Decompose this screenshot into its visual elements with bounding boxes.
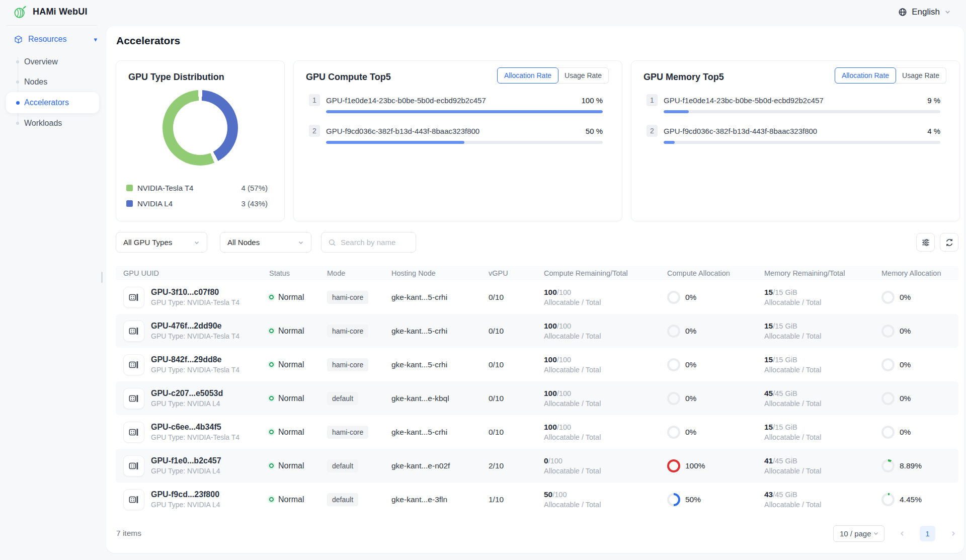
sidebar-section-resources[interactable]: Resources ▾	[0, 26, 106, 50]
top5-item: 2 GPU-f9cd036c-382f-b13d-443f-8baac323f8…	[647, 125, 940, 144]
table-header: GPU UUIDStatusModeHosting NodevGPUComput…	[116, 266, 958, 280]
next-page-button[interactable]	[947, 528, 958, 539]
table-row[interactable]: GPU-3f10...c07f80 GPU Type: NVIDIA-Tesla…	[116, 280, 958, 314]
brand: HAMi WebUI	[13, 0, 88, 24]
gpu-icon	[128, 326, 139, 337]
status-label: Normal	[278, 327, 304, 336]
table-row[interactable]: GPU-c6ee...4b34f5 GPU Type: NVIDIA-Tesla…	[116, 415, 958, 449]
refresh-button[interactable]	[940, 233, 958, 252]
table-row[interactable]: GPU-f1e0...b2c457 GPU Type: NVIDIA L4 No…	[116, 449, 958, 483]
summary-cards: GPU Type Distribution NVIDIA-Tesla T4 4 …	[116, 60, 960, 221]
memory-remaining: 15	[764, 322, 773, 330]
mode-badge: hami-core	[327, 358, 368, 371]
status-label: Normal	[278, 461, 304, 470]
memory-total: /15 GiB	[773, 423, 797, 431]
gpu-type: GPU Type: NVIDIA L4	[151, 501, 220, 509]
tab-allocation-rate[interactable]: Allocation Rate	[497, 67, 558, 84]
progress-bar	[664, 141, 940, 144]
legend-item[interactable]: NVIDIA-Tesla T4 4 (57%)	[126, 180, 268, 196]
prev-page-button[interactable]	[897, 528, 908, 539]
memory-alloc-label: 0%	[900, 394, 911, 403]
vgpu-value: 0/10	[481, 428, 536, 437]
chevron-down-icon	[298, 239, 304, 246]
page-title: Accelerators	[116, 35, 180, 47]
node-select[interactable]: All Nodes	[220, 232, 311, 253]
page-size-select[interactable]: 10 / page	[833, 525, 884, 542]
globe-icon	[898, 8, 907, 17]
compute-remaining: 100	[544, 423, 557, 431]
search-input[interactable]	[341, 238, 409, 247]
column-header: Compute Allocation	[660, 269, 757, 277]
language-selector[interactable]: English	[898, 0, 951, 24]
column-settings-button[interactable]	[916, 233, 935, 252]
sidebar-item-accelerators[interactable]: Accelerators	[6, 92, 99, 113]
column-header: Hosting Node	[384, 269, 481, 277]
rank-badge: 2	[309, 125, 320, 137]
compute-alloc-ring	[667, 291, 680, 304]
table-row[interactable]: GPU-476f...2dd90e GPU Type: NVIDIA-Tesla…	[116, 314, 958, 348]
items-count: 7 items	[116, 529, 141, 538]
memory-alloc-ring	[881, 459, 895, 472]
nav-dot	[16, 60, 19, 63]
table-row[interactable]: GPU-f9cd...23f800 GPU Type: NVIDIA L4 No…	[116, 483, 958, 516]
compute-sub: Allocatable / Total	[544, 467, 660, 475]
rank-badge: 2	[647, 125, 658, 137]
memory-alloc-ring	[881, 325, 895, 338]
legend-item[interactable]: NVIDIA L4 3 (43%)	[126, 196, 268, 211]
page-number-1[interactable]: 1	[920, 526, 935, 541]
compute-alloc-ring	[667, 392, 680, 405]
mode-badge: hami-core	[327, 291, 368, 304]
column-header: vGPU	[481, 269, 536, 277]
legend-swatch	[126, 200, 133, 207]
card-title: GPU Type Distribution	[128, 72, 224, 83]
gpu-type-select[interactable]: All GPU Types	[116, 232, 207, 253]
memory-alloc-label: 4.45%	[900, 495, 922, 504]
rate-value: 50 %	[586, 127, 603, 135]
rank-badge: 1	[647, 94, 658, 106]
sidebar-item-overview[interactable]: Overview	[0, 52, 106, 72]
memory-sub: Allocatable / Total	[764, 366, 874, 374]
sidebar-resize-handle[interactable]	[101, 272, 103, 283]
tab-allocation-rate[interactable]: Allocation Rate	[835, 67, 896, 84]
mode-badge: default	[327, 493, 358, 506]
progress-fill	[326, 110, 603, 113]
gpu-icon	[128, 427, 139, 438]
memory-alloc-label: 0%	[900, 428, 911, 437]
gpu-type-distribution-card: GPU Type Distribution NVIDIA-Tesla T4 4 …	[116, 60, 285, 221]
memory-alloc-ring	[881, 493, 895, 506]
compute-remaining: 50	[544, 490, 552, 499]
compute-total: /100	[557, 288, 571, 296]
compute_top5-card: GPU Compute Top5 Allocation RateUsage Ra…	[293, 60, 622, 221]
vgpu-value: 0/10	[481, 394, 536, 403]
gpu-type-legend: NVIDIA-Tesla T4 4 (57%) NVIDIA L4 3 (43%…	[126, 180, 268, 211]
compute-total: /100	[552, 491, 567, 499]
gpu-card-iconbox	[123, 422, 144, 443]
sidebar-item-label: Workloads	[24, 119, 62, 128]
column-header: Compute Remaining/Total	[536, 269, 660, 277]
table-row[interactable]: GPU-842f...29dd8e GPU Type: NVIDIA-Tesla…	[116, 348, 958, 381]
compute-alloc-label: 100%	[685, 461, 705, 470]
mode-badge: default	[327, 459, 358, 472]
memory-remaining: 15	[764, 423, 773, 431]
rate-value: 4 %	[927, 127, 940, 135]
rate-value: 100 %	[581, 96, 603, 105]
table-row[interactable]: GPU-c207...e5053d GPU Type: NVIDIA L4 No…	[116, 381, 958, 415]
memory-sub: Allocatable / Total	[764, 399, 874, 408]
status-label: Normal	[278, 495, 304, 504]
tab-usage-rate[interactable]: Usage Rate	[896, 67, 946, 84]
table-actions	[916, 233, 958, 252]
rate-toggle: Allocation RateUsage Rate	[497, 67, 609, 84]
column-settings-icon	[921, 238, 930, 247]
sidebar-item-nodes[interactable]: Nodes	[0, 72, 106, 92]
language-label: English	[912, 7, 940, 17]
gpu-icon	[128, 359, 139, 370]
tab-usage-rate[interactable]: Usage Rate	[558, 67, 609, 84]
sidebar-item-workloads[interactable]: Workloads	[0, 113, 106, 133]
hosting-node: gke-kant...5-crhi	[384, 327, 481, 336]
nav-dot	[16, 122, 19, 125]
sidebar: Resources ▾ Overview Nodes Accelerators …	[0, 24, 106, 133]
gpu-type-donut	[163, 90, 238, 166]
memory-total: /15 GiB	[773, 322, 797, 330]
search-box	[321, 232, 416, 253]
gpu-uuid: GPU-476f...2dd90e	[151, 322, 239, 331]
